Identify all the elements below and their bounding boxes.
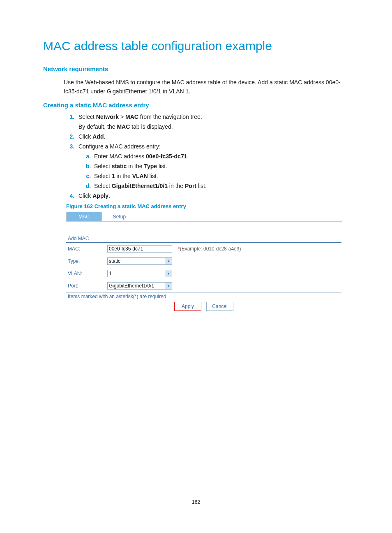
label-mac: MAC: <box>66 246 107 252</box>
tab-mac[interactable]: MAC <box>67 212 102 221</box>
step-3a: Enter MAC address 00e0-fc35-dc71. <box>92 153 347 160</box>
label-vlan: VLAN: <box>66 271 107 276</box>
add-mac-form: MAC: *(Example: 0010-dc28-a4e9) Type: st… <box>66 242 341 292</box>
type-select[interactable]: static ▾ <box>107 257 172 265</box>
figure-add-mac: MAC Setup Add MAC MAC: *(Example: 0010-d… <box>66 212 341 311</box>
chevron-down-icon: ▾ <box>165 283 172 289</box>
step-1: Select Network > MAC from the navigation… <box>76 114 347 130</box>
step-3c: Select 1 in the VLAN list. <box>92 173 347 179</box>
chevron-down-icon: ▾ <box>165 258 172 264</box>
chevron-down-icon: ▾ <box>165 270 172 277</box>
steps-list: Select Network > MAC from the navigation… <box>64 114 347 199</box>
tab-setup[interactable]: Setup <box>102 212 137 221</box>
required-note: Items marked with an asterisk(*) are req… <box>68 294 341 299</box>
vlan-select[interactable]: 1 ▾ <box>107 270 172 277</box>
step-4: Click Apply. <box>76 192 347 199</box>
page-title: MAC address table configuration example <box>43 39 347 53</box>
mac-hint: *(Example: 0010-dc28-a4e9) <box>177 246 241 252</box>
figure-caption: Figure 162 Creating a static MAC address… <box>66 203 347 209</box>
step-2: Click Add. <box>76 133 347 140</box>
label-type: Type: <box>66 258 107 264</box>
section-heading-requirements: Network requirements <box>43 65 347 72</box>
step-3d: Select GigabitEthernet1/0/1 in the Port … <box>92 183 347 189</box>
label-port: Port: <box>66 283 107 289</box>
paragraph-requirements: Use the Web-based NMS to configure the M… <box>64 78 347 96</box>
mac-input[interactable] <box>107 245 172 253</box>
step-3: Configure a MAC address entry: Enter MAC… <box>76 143 347 189</box>
tab-bar: MAC Setup <box>66 212 342 222</box>
cancel-button[interactable]: Cancel <box>206 302 233 311</box>
page-number: 162 <box>0 499 392 505</box>
apply-button[interactable]: Apply <box>174 302 201 311</box>
step-3b: Select static in the Type list. <box>92 163 347 169</box>
section-heading-create: Creating a static MAC address entry <box>43 102 347 109</box>
panel-heading: Add MAC <box>68 236 341 241</box>
port-select[interactable]: GigabitEthernet1/0/1 ▾ <box>107 282 172 290</box>
